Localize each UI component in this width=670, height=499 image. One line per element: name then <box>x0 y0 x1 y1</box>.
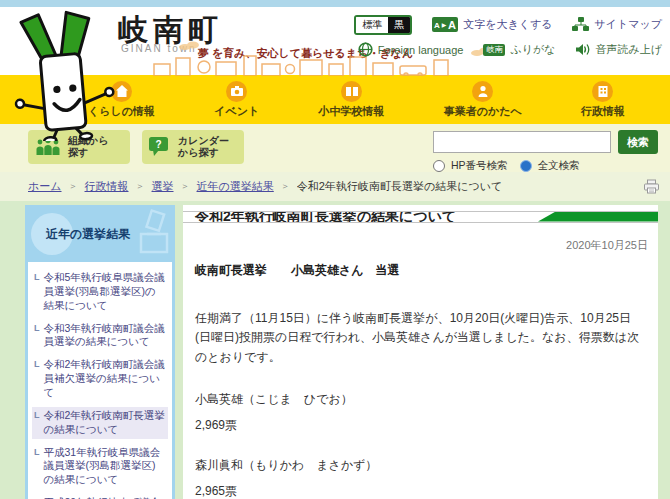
utility-row-2: Foreign language 岐南 ふりがな 音声読み上げ <box>354 37 662 62</box>
radio-hp-number-label[interactable]: HP番号検索 <box>451 159 508 173</box>
sitemap-label: サイトマップ <box>594 17 662 32</box>
breadcrumb-current: 令和2年執行岐南町長選挙の結果について <box>297 179 502 194</box>
nav-item-schools[interactable]: 小中学校情報 <box>319 81 385 119</box>
sidebar-item-r2-by-election[interactable]: L 令和2年執行岐南町議会議員補欠選挙の結果について <box>32 356 168 402</box>
foreign-language-label: Foreign language <box>378 44 464 56</box>
cloud-decoration <box>178 41 200 50</box>
speaker-icon <box>575 43 590 56</box>
breadcrumb-separator: ＞ <box>136 180 145 193</box>
radio-full-text[interactable] <box>520 160 532 172</box>
nav-item-events[interactable]: イベント <box>214 81 259 119</box>
print-button[interactable] <box>643 179 660 196</box>
sidebar-item-label: 令和2年執行岐南町長選挙の結果について <box>44 409 167 437</box>
header-utilities: 標準 黒 A ▶ A 文字を大きくする <box>354 12 662 62</box>
text-size-icon: A ▶ A <box>432 17 458 32</box>
building-icon <box>592 81 613 102</box>
article-panel: 令和2年執行岐南町長選挙の結果について 2020年10月25日 岐南町長選挙 小… <box>183 205 658 499</box>
article-body: 任期満了（11月15日）に伴う岐南町長選挙が、10月20日(火曜日)告示、10月… <box>195 309 646 368</box>
nav-label: 行政情報 <box>581 104 625 119</box>
result-candidate-name: 森川眞和（もりかわ まさかず） <box>195 457 658 474</box>
sidebar-header[interactable]: 近年の選挙結果 <box>25 205 175 262</box>
ballot-box-icon <box>133 208 173 258</box>
finder-label: カレンダー から探す <box>178 135 229 160</box>
article-title-bar: 令和2年執行岐南町長選挙の結果について <box>183 211 658 223</box>
town-name: 岐南町 <box>118 13 223 46</box>
sidebar-title: 近年の選挙結果 <box>46 226 130 243</box>
search-by-calendar-button[interactable]: ? カレンダー から探す <box>142 130 244 164</box>
furigana-link[interactable]: 岐南 ふりがな <box>483 42 555 57</box>
sidebar-item-label: 令和3年執行岐南町議会議員選挙の結果について <box>44 322 167 350</box>
furigana-badge-icon: 岐南 <box>483 44 505 56</box>
nav-label: 事業者のかたへ <box>444 104 522 119</box>
svg-text:A: A <box>434 21 440 30</box>
utility-row-1: 標準 黒 A ▶ A 文字を大きくする <box>354 12 662 37</box>
page-title: 令和2年執行岐南町長選挙の結果について <box>195 211 456 223</box>
search-input[interactable] <box>433 131 611 153</box>
l-marker-icon: L <box>34 446 40 488</box>
nav-item-government[interactable]: 行政情報 <box>581 81 625 119</box>
finder-label-line2: から探す <box>178 147 219 158</box>
breadcrumb-home[interactable]: ホーム <box>28 179 62 194</box>
person-icon <box>472 81 493 102</box>
nav-item-business[interactable]: 事業者のかたへ <box>444 81 522 119</box>
svg-text:?: ? <box>155 139 161 150</box>
search-button[interactable]: 検索 <box>618 130 658 154</box>
article-date: 2020年10月25日 <box>183 238 648 253</box>
breadcrumb-recent-results[interactable]: 近年の選挙結果 <box>197 179 274 194</box>
l-marker-icon: L <box>34 271 40 313</box>
sidebar-item-label: 令和2年執行岐南町議会議員補欠選挙の結果について <box>44 358 167 400</box>
page: 岐南町 GINAN town 夢 を育み、安心して暮らせるまち・ぎなん <box>0 0 670 499</box>
question-bubble-icon: ? <box>149 137 171 157</box>
breadcrumb-gov-info[interactable]: 行政情報 <box>85 179 129 194</box>
breadcrumb-separator: ＞ <box>181 180 190 193</box>
top-decoration-strip <box>0 0 670 7</box>
nav-label: イベント <box>214 104 259 119</box>
color-scheme-black-button[interactable]: 黒 <box>388 17 410 33</box>
speech-readout-label: 音声読み上げ <box>595 42 662 57</box>
camera-icon <box>226 81 247 102</box>
sidebar-item-r5-prefectural[interactable]: L 令和5年執行岐阜県議会議員選挙(羽島郡選挙区)の結果について <box>32 269 168 315</box>
text-size-link[interactable]: A ▶ A 文字を大きくする <box>432 17 552 32</box>
nav-label: 小中学校情報 <box>319 104 385 119</box>
main-area: 近年の選挙結果 L 令和5年執行岐阜県議会議員選挙(羽島郡選挙区)の結果について… <box>0 201 670 499</box>
text-size-label: 文字を大きくする <box>463 17 552 32</box>
svg-text:▶: ▶ <box>442 22 447 28</box>
sidebar-item-label: 平成31年執行岐阜県議会議員選挙(羽島郡選挙区)の結果について <box>44 446 167 488</box>
result-vote-count: 2,969票 <box>195 417 658 434</box>
speech-readout-link[interactable]: 音声読み上げ <box>575 42 662 57</box>
sidebar-item-r3-town-assembly[interactable]: L 令和3年執行岐南町議会議員選挙の結果について <box>32 320 168 352</box>
leek-mascot-illustration <box>6 9 118 141</box>
finder-label-line2: 探す <box>68 147 88 158</box>
site-header: 岐南町 GINAN town 夢 を育み、安心して暮らせるまち・ぎなん <box>0 7 670 75</box>
site-search: 検索 HP番号検索 全文検索 <box>433 130 658 173</box>
book-icon <box>341 81 362 102</box>
l-marker-icon: L <box>34 409 40 437</box>
color-scheme-toggle: 標準 黒 <box>354 15 412 35</box>
sidebar-recent-elections: 近年の選挙結果 L 令和5年執行岐阜県議会議員選挙(羽島郡選挙区)の結果について… <box>25 205 175 499</box>
breadcrumb-separator: ＞ <box>281 180 290 193</box>
breadcrumb-election[interactable]: 選挙 <box>152 179 174 194</box>
sidebar-list: L 令和5年執行岐阜県議会議員選挙(羽島郡選挙区)の結果について L 令和3年執… <box>28 262 172 499</box>
sitemap-link[interactable]: サイトマップ <box>572 17 662 32</box>
color-scheme-standard-button[interactable]: 標準 <box>356 17 388 33</box>
breadcrumb: ホーム ＞ 行政情報 ＞ 選挙 ＞ 近年の選挙結果 ＞ 令和2年執行岐南町長選挙… <box>0 172 670 201</box>
result-vote-count: 2,965票 <box>195 483 658 499</box>
radio-full-text-label[interactable]: 全文検索 <box>538 159 580 173</box>
title-green-decoration <box>538 212 658 222</box>
radio-hp-number[interactable] <box>433 160 445 172</box>
finder-label-line1: カレンダー <box>178 135 229 146</box>
printer-icon <box>643 179 660 194</box>
search-row: 検索 <box>433 130 658 154</box>
breadcrumb-separator: ＞ <box>69 180 78 193</box>
sidebar-item-h29-town-assembly[interactable]: L 平成29年執行岐南町議会議員選挙の結果につ <box>32 494 168 499</box>
foreign-language-link[interactable]: Foreign language <box>358 42 464 57</box>
sidebar-item-r2-mayoral-current[interactable]: L 令和2年執行岐南町長選挙の結果について <box>32 407 168 439</box>
article-lead: 岐南町長選挙 小島英雄さん 当選 <box>195 262 658 279</box>
svg-text:A: A <box>448 19 456 31</box>
l-marker-icon: L <box>34 322 40 350</box>
search-mode-radios: HP番号検索 全文検索 <box>433 159 658 173</box>
globe-icon <box>358 42 373 57</box>
result-candidate-name: 小島英雄（こじま ひでお） <box>195 391 658 408</box>
sidebar-item-h31-prefectural[interactable]: L 平成31年執行岐阜県議会議員選挙(羽島郡選挙区)の結果について <box>32 444 168 490</box>
furigana-label: ふりがな <box>510 42 555 57</box>
